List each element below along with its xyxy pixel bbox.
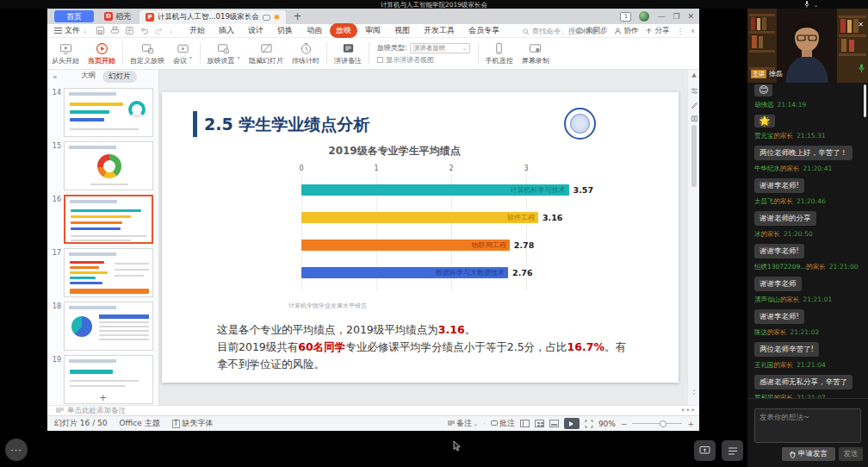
new-tab-button[interactable]: + bbox=[293, 10, 301, 22]
notes-bar[interactable]: 单击此处添加备注 ••• bbox=[47, 405, 699, 415]
zoom-in-button[interactable]: + bbox=[687, 420, 694, 428]
collaborate-button[interactable]: 协作 bbox=[614, 26, 638, 36]
presenter-view-label: 显示演讲者视图 bbox=[386, 55, 434, 65]
ribbon-tab-审阅[interactable]: 审阅 bbox=[359, 23, 387, 38]
undo-icon[interactable] bbox=[140, 26, 149, 35]
ribbon-tab-动画[interactable]: 动画 bbox=[301, 23, 328, 38]
slide-thumbnail-16[interactable]: 16 bbox=[51, 195, 154, 244]
speaker-notes-button[interactable]: 演讲备注 bbox=[330, 39, 366, 68]
play-type-select[interactable]: 演讲者放映⌄ bbox=[410, 43, 470, 53]
restore-button[interactable]: ❐ bbox=[673, 12, 679, 21]
from-current-button[interactable]: 当页开始 bbox=[84, 39, 120, 68]
collapse-ribbon-icon[interactable]: ∧ bbox=[691, 28, 695, 34]
current-slide[interactable]: 2.5 学生学业绩点分析 2019级各专业学生平均绩点 0123计算机科学与技术… bbox=[162, 92, 679, 383]
ribbon-tab-放映[interactable]: 放映 bbox=[330, 23, 357, 38]
custom-show-button[interactable]: 自定义放映 bbox=[126, 39, 169, 68]
hide-slide-button[interactable]: 隐藏幻灯片 bbox=[245, 39, 288, 68]
speaker-name: 徐磊 bbox=[769, 69, 783, 78]
zoom-value[interactable]: 90% bbox=[598, 420, 616, 428]
share-button[interactable]: 分享 bbox=[645, 26, 669, 36]
panel-close-icon[interactable]: ✕ bbox=[858, 21, 864, 28]
play-slideshow-button[interactable] bbox=[564, 418, 580, 429]
scroll-up-icon[interactable]: ▲ bbox=[689, 72, 699, 78]
fit-window-icon[interactable] bbox=[585, 420, 593, 428]
ribbon-tab-插入[interactable]: 插入 bbox=[213, 23, 240, 38]
slides-tab[interactable]: 幻灯片 bbox=[102, 71, 137, 83]
phone-remote-button[interactable]: 手机遥控 bbox=[481, 39, 518, 68]
slideshow-settings-button[interactable]: 放映设置 ˅ bbox=[203, 39, 245, 68]
ribbon-tab-切换[interactable]: 切换 bbox=[271, 23, 299, 38]
from-beginning-button[interactable]: 从头开始 bbox=[47, 39, 84, 68]
more-menu-icon[interactable]: ⋮ bbox=[676, 27, 684, 35]
sync-status-button[interactable]: 未同步 bbox=[575, 26, 608, 36]
file-menu[interactable]: 文件 ⌄ bbox=[54, 25, 87, 36]
presenter-video[interactable]: ✕ 主讲 徐磊 bbox=[747, 9, 868, 83]
meeting-button[interactable]: 会议 ˅ bbox=[169, 39, 197, 68]
share-screen-button[interactable] bbox=[694, 440, 716, 461]
account-avatar[interactable] bbox=[639, 11, 649, 22]
zoom-slider[interactable] bbox=[632, 423, 682, 424]
raise-hand-button[interactable]: 申请发言 bbox=[782, 447, 835, 461]
send-button[interactable]: 发送 bbox=[839, 447, 863, 461]
zoom-slider-knob[interactable] bbox=[660, 420, 666, 427]
title-accent-bar bbox=[193, 111, 197, 137]
message-center-icon[interactable]: 1 bbox=[620, 12, 631, 22]
vertical-scrollbar[interactable] bbox=[691, 125, 697, 187]
notes-toggle[interactable]: 备注⌄ bbox=[448, 418, 478, 429]
slide-thumbnail-15[interactable]: 15 bbox=[51, 141, 154, 190]
zoom-out-button[interactable]: − bbox=[621, 420, 628, 428]
comments-toggle[interactable]: 批注 bbox=[491, 418, 515, 429]
screen-record-button[interactable]: 屏幕录制 bbox=[518, 39, 554, 68]
meeting-more-button[interactable]: ··· bbox=[5, 439, 28, 461]
redo-icon[interactable] bbox=[154, 26, 164, 35]
quick-access-dropdown-icon[interactable]: ⌄ bbox=[169, 28, 173, 34]
slide-number: 14 bbox=[51, 88, 61, 137]
tab-docker[interactable]: D 稻壳 bbox=[101, 10, 134, 22]
bar-category-label: 物联网工程 bbox=[472, 240, 506, 251]
presenter-view-checkbox[interactable] bbox=[377, 57, 383, 63]
save-icon[interactable] bbox=[96, 26, 105, 35]
missing-font-warning[interactable]: T缺失字体 bbox=[172, 418, 214, 429]
slide-number: 16 bbox=[51, 195, 61, 244]
theme-name[interactable]: Office 主题 bbox=[120, 418, 160, 429]
chat-message-header: 恒绣13072209...的家长21:21:00 bbox=[754, 263, 861, 271]
ribbon-tab-设计[interactable]: 设计 bbox=[242, 23, 270, 38]
chat-message: 王礼国的家长21:21:04感谢老师无私分享，辛苦了 bbox=[754, 361, 861, 389]
tab-document[interactable]: P 计算机与人工智...019级家长会 ✱ bbox=[140, 10, 286, 24]
outline-tab[interactable]: 大纲 bbox=[81, 71, 96, 83]
bar-软件工程: 软件工程3.16 bbox=[301, 212, 538, 223]
ribbon-tab-会员专享[interactable]: 会员专享 bbox=[462, 23, 505, 38]
ribbon-tabs: 开始插入设计切换动画放映审阅视图开发工具会员专享 bbox=[183, 23, 505, 38]
chat-message: 太昌飞的家长21:20:46谢谢老师的分享 bbox=[754, 197, 861, 226]
preview-icon[interactable] bbox=[125, 26, 134, 35]
minimize-button[interactable]: — bbox=[657, 12, 665, 21]
microphone-icon[interactable] bbox=[804, 1, 809, 8]
tab-home[interactable]: 首页 bbox=[54, 10, 94, 22]
chat-input[interactable]: 发表你的想法~ bbox=[754, 408, 861, 443]
chat-message-list[interactable]: 😊胡佛远21:14:19🌟贾元宝的家长21:15:31两位老师晚上好，辛苦了！牛… bbox=[747, 84, 868, 398]
ribbon-tab-开始[interactable]: 开始 bbox=[183, 23, 211, 38]
close-button[interactable]: ✕ bbox=[687, 12, 694, 21]
ribbon-tab-视图[interactable]: 视图 bbox=[388, 23, 416, 38]
add-slide-button[interactable]: + bbox=[99, 392, 107, 403]
chat-scrollbar[interactable] bbox=[864, 84, 866, 117]
rehearse-timing-button[interactable]: 排练计时 bbox=[288, 39, 324, 68]
normal-view-icon[interactable] bbox=[520, 420, 530, 427]
chevron-down-icon[interactable]: ⌄ bbox=[814, 2, 818, 8]
panel-collapse-icon[interactable]: « bbox=[53, 72, 58, 81]
chat-message-bubble: 两位老师辛苦了! bbox=[754, 342, 819, 357]
ribbon-tab-开发工具[interactable]: 开发工具 bbox=[418, 23, 461, 38]
slide-thumbnail-17[interactable]: 17 bbox=[51, 248, 154, 297]
next-slide-icon[interactable]: ⌄⌄ bbox=[689, 388, 699, 395]
reading-view-icon[interactable] bbox=[549, 420, 559, 427]
notes-more-icon[interactable]: ••• bbox=[681, 407, 696, 414]
print-icon[interactable] bbox=[110, 26, 120, 35]
member-list-button[interactable] bbox=[722, 440, 743, 461]
slide-thumbnail-18[interactable]: 18 bbox=[51, 302, 154, 351]
reference-icon[interactable] bbox=[689, 109, 699, 126]
slide-thumbnail-14[interactable]: 14 bbox=[51, 88, 154, 137]
slide-number: 18 bbox=[51, 302, 61, 351]
slide-sorter-icon[interactable] bbox=[535, 420, 544, 427]
phone-icon bbox=[493, 42, 505, 55]
chat-message-bubble: 谢谢李老师 bbox=[754, 277, 802, 291]
